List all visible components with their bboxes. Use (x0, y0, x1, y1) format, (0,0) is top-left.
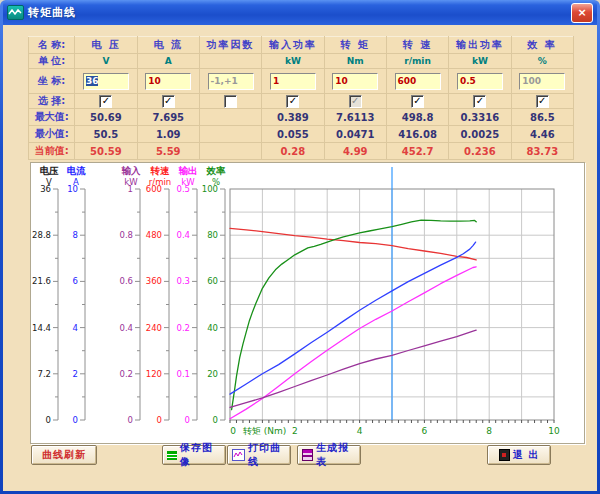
svg-text:0: 0 (230, 426, 236, 436)
window-title: 转矩曲线 (28, 5, 571, 20)
column-header: 转 速 (386, 37, 448, 54)
svg-text:0.6: 0.6 (119, 276, 133, 286)
svg-text:1: 1 (128, 184, 133, 194)
svg-text:600: 600 (146, 184, 162, 194)
min-value: 416.08 (386, 126, 448, 143)
svg-text:0: 0 (46, 415, 51, 425)
report-icon (302, 449, 313, 461)
chart-canvas[interactable]: 电压V3628.821.614.47.20电流A1086420输入kW10.80… (31, 163, 582, 441)
select-checkbox[interactable] (224, 95, 237, 108)
select-cell: ✓ (324, 94, 386, 109)
current-value: 5.59 (137, 143, 199, 160)
column-header: 电 压 (75, 37, 137, 54)
svg-text:20: 20 (207, 369, 218, 379)
svg-text:120: 120 (146, 369, 162, 379)
unit-label (199, 54, 261, 69)
svg-text:2: 2 (292, 426, 298, 436)
coordinate-cell: 600 (386, 69, 448, 94)
row-label: 最小值: (29, 126, 75, 143)
coordinate-input[interactable]: 10 (332, 73, 378, 90)
select-checkbox[interactable]: ✓ (286, 95, 299, 108)
column-header: 效 率 (511, 37, 573, 54)
min-value: 0.055 (262, 126, 324, 143)
coordinate-input[interactable]: 10 (145, 73, 191, 90)
svg-text:转矩 (Nm): 转矩 (Nm) (243, 426, 286, 436)
svg-text:8: 8 (73, 230, 78, 240)
column-header: 电 流 (137, 37, 199, 54)
current-value: 0.28 (262, 143, 324, 160)
curve-输入功率 (230, 330, 476, 407)
svg-text:电压: 电压 (40, 165, 60, 176)
save-image-button[interactable]: 保存图像 (162, 445, 226, 465)
row-label: 当前值: (29, 143, 75, 160)
unit-label: A (137, 54, 199, 69)
svg-text:转速: 转速 (150, 165, 171, 176)
close-icon[interactable]: × (571, 3, 593, 23)
svg-text:2: 2 (73, 369, 78, 379)
refresh-curve-label: 曲线刷新 (42, 448, 86, 462)
unit-label: kW (449, 54, 511, 69)
app-window: 转矩曲线 × 名 称:电 压电 流功率因数输入功率转 矩转 速输出功率效 率单 … (0, 0, 600, 494)
min-value: 1.09 (137, 126, 199, 143)
min-value: 50.5 (75, 126, 137, 143)
svg-text:36: 36 (40, 184, 51, 194)
svg-text:100: 100 (202, 184, 218, 194)
select-checkbox[interactable]: ✓ (411, 95, 424, 108)
title-bar[interactable]: 转矩曲线 × (3, 0, 597, 25)
coordinate-input[interactable]: 36 (83, 73, 129, 90)
svg-text:60: 60 (207, 276, 218, 286)
select-cell: ✓ (262, 94, 324, 109)
coordinate-input[interactable]: 1 (270, 73, 316, 90)
svg-text:0: 0 (213, 415, 218, 425)
max-value (199, 109, 261, 126)
max-value: 498.8 (386, 109, 448, 126)
select-checkbox[interactable]: ✓ (99, 95, 112, 108)
column-header: 输出功率 (449, 37, 511, 54)
print-curve-label: 打印曲线 (248, 441, 286, 469)
svg-text:7.2: 7.2 (37, 369, 51, 379)
min-value: 4.46 (511, 126, 573, 143)
min-value (199, 126, 261, 143)
select-checkbox[interactable]: ✓ (536, 95, 549, 108)
coordinate-cell: 100 (511, 69, 573, 94)
max-value: 0.389 (262, 109, 324, 126)
svg-text:电流: 电流 (67, 165, 87, 176)
select-checkbox[interactable]: ✓ (473, 95, 486, 108)
svg-text:0.5: 0.5 (176, 184, 190, 194)
coordinate-input[interactable]: 600 (395, 73, 441, 90)
curve-效率 (232, 220, 477, 409)
svg-text:0.3: 0.3 (176, 276, 190, 286)
exit-button[interactable]: 退 出 (487, 445, 551, 465)
curve-转速 (230, 228, 476, 259)
select-cell: ✓ (137, 94, 199, 109)
coordinate-input[interactable]: -1,+1 (208, 73, 254, 90)
current-value: 0.236 (449, 143, 511, 160)
svg-text:40: 40 (207, 323, 218, 333)
coordinate-cell: 1 (262, 69, 324, 94)
svg-text:输出: 输出 (178, 165, 198, 176)
select-checkbox[interactable]: ✓ (349, 95, 362, 108)
save-image-label: 保存图像 (180, 441, 221, 469)
generate-report-button[interactable]: 生成报表 (297, 445, 361, 465)
column-header: 输入功率 (262, 37, 324, 54)
svg-text:80: 80 (207, 230, 218, 240)
unit-label: Nm (324, 54, 386, 69)
row-label: 选 择: (29, 94, 75, 109)
coordinate-input[interactable]: 100 (519, 73, 565, 90)
refresh-curve-button[interactable]: 曲线刷新 (31, 445, 97, 465)
svg-text:8: 8 (486, 426, 492, 436)
svg-text:6: 6 (422, 426, 428, 436)
unit-label: V (75, 54, 137, 69)
select-checkbox[interactable]: ✓ (162, 95, 175, 108)
coordinate-input[interactable]: 0.5 (457, 73, 503, 90)
svg-text:14.4: 14.4 (32, 323, 51, 333)
svg-text:0.2: 0.2 (176, 323, 190, 333)
current-value (199, 143, 261, 160)
torque-curve-chart[interactable]: 电压V3628.821.614.47.20电流A1086420输入kW10.80… (30, 162, 585, 444)
coordinate-cell: -1,+1 (199, 69, 261, 94)
curve-icon (232, 449, 245, 461)
print-curve-button[interactable]: 打印曲线 (227, 445, 291, 465)
current-value: 452.7 (386, 143, 448, 160)
current-value: 83.73 (511, 143, 573, 160)
svg-text:6: 6 (73, 276, 78, 286)
